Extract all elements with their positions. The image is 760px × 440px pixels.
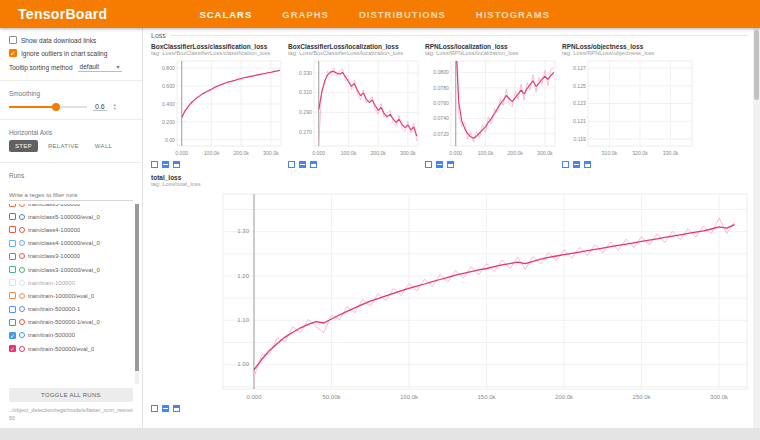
run-row[interactable]: train/class4-100000 bbox=[9, 223, 140, 236]
fit-domain-icon[interactable] bbox=[162, 405, 169, 412]
tooltip-sorting-select[interactable]: default ▾ bbox=[78, 62, 122, 72]
axis-step-button[interactable]: STEP bbox=[9, 140, 38, 152]
chart-tag: tag: Loss/BoxClassifierLoss/classificati… bbox=[151, 50, 285, 56]
page-scrollbar[interactable] bbox=[753, 28, 760, 428]
run-label: train/train-100000/eval_0 bbox=[28, 293, 94, 299]
run-color-swatch bbox=[19, 240, 25, 246]
svg-text:0.000: 0.000 bbox=[449, 150, 462, 156]
scrollbar-thumb[interactable] bbox=[135, 204, 139, 371]
svg-text:0.000: 0.000 bbox=[312, 150, 325, 156]
runs-filter-input[interactable] bbox=[9, 190, 133, 201]
run-row[interactable]: train/train-500000-1/eval_0 bbox=[9, 316, 140, 329]
svg-text:1.10: 1.10 bbox=[237, 317, 249, 323]
run-row[interactable]: train/train-100000 bbox=[9, 276, 140, 289]
svg-text:0.290: 0.290 bbox=[299, 109, 312, 115]
fit-domain-icon[interactable] bbox=[299, 161, 306, 168]
run-checkbox[interactable]: ✓ bbox=[9, 332, 16, 339]
smoothing-slider[interactable] bbox=[9, 106, 87, 108]
run-row[interactable]: train/class4-100000/eval_0 bbox=[9, 237, 140, 250]
horizontal-axis-label: Horizontal Axis bbox=[9, 129, 133, 136]
logdir-path: ../object_detection/regs/models/faster_r… bbox=[9, 406, 133, 423]
smoothing-stepper[interactable]: ▲ ▼ bbox=[113, 103, 117, 111]
stepper-down-icon[interactable]: ▼ bbox=[113, 107, 117, 111]
run-checkbox[interactable] bbox=[9, 213, 16, 220]
pin-chart-icon[interactable] bbox=[584, 161, 591, 168]
pin-chart-icon[interactable] bbox=[173, 405, 180, 412]
svg-text:310.0k: 310.0k bbox=[602, 150, 618, 156]
axis-relative-button[interactable]: RELATIVE bbox=[42, 140, 85, 152]
run-row[interactable]: train/class3-100000/eval_0 bbox=[9, 263, 140, 276]
run-color-swatch bbox=[19, 267, 25, 273]
run-checkbox[interactable] bbox=[9, 279, 16, 286]
svg-text:200.0k: 200.0k bbox=[555, 394, 574, 400]
fullscreen-icon[interactable] bbox=[151, 405, 158, 412]
pin-chart-icon[interactable] bbox=[310, 161, 317, 168]
chart-title: total_loss bbox=[151, 174, 755, 181]
run-checkbox[interactable] bbox=[9, 306, 16, 313]
fit-domain-icon[interactable] bbox=[436, 161, 443, 168]
run-checkbox[interactable] bbox=[9, 204, 16, 207]
checkbox-icon[interactable] bbox=[9, 36, 17, 44]
svg-text:0.400: 0.400 bbox=[162, 101, 175, 107]
fit-domain-icon[interactable] bbox=[162, 161, 169, 168]
run-color-swatch bbox=[19, 293, 25, 299]
run-row[interactable]: train/train-500000-1 bbox=[9, 303, 140, 316]
run-row[interactable]: ✓ train/train-500000 bbox=[9, 329, 140, 342]
settings-sidebar: Show data download links ✓ Ignore outlie… bbox=[0, 28, 143, 428]
svg-text:0.800: 0.800 bbox=[162, 65, 175, 71]
chart-card-rpn-localization-loss: RPNLoss/localization_loss tag: Loss/RPNL… bbox=[425, 43, 559, 169]
run-label: train/train-100000 bbox=[28, 280, 75, 286]
fit-domain-icon[interactable] bbox=[573, 161, 580, 168]
run-checkbox[interactable] bbox=[9, 319, 16, 326]
line-chart: 0.3300.3100.2900.2700.000100.0k200.0k300… bbox=[288, 57, 421, 158]
axis-wall-button[interactable]: WALL bbox=[89, 140, 118, 152]
ignore-outliers-checkbox[interactable]: ✓ Ignore outliers in chart scaling bbox=[9, 49, 133, 57]
fullscreen-icon[interactable] bbox=[562, 161, 569, 168]
run-row[interactable]: train/class3-100000 bbox=[9, 250, 140, 263]
run-checkbox[interactable] bbox=[9, 253, 16, 260]
run-label: train/class3-100000/eval_0 bbox=[28, 267, 100, 273]
divider bbox=[0, 80, 142, 81]
svg-text:100.0k: 100.0k bbox=[341, 150, 357, 156]
svg-text:300.0k: 300.0k bbox=[537, 150, 553, 156]
tab-scalars[interactable]: SCALARS bbox=[199, 9, 252, 20]
slider-thumb[interactable] bbox=[52, 103, 60, 111]
run-color-swatch bbox=[19, 346, 25, 352]
run-checkbox[interactable] bbox=[9, 226, 16, 233]
pin-chart-icon[interactable] bbox=[447, 161, 454, 168]
runs-scrollbar[interactable] bbox=[135, 204, 139, 384]
run-checkbox[interactable] bbox=[9, 292, 16, 299]
chart-tag: tag: Loss/RPNLoss/localization_loss bbox=[425, 50, 559, 56]
run-checkbox[interactable]: ✓ bbox=[9, 345, 16, 352]
run-checkbox[interactable] bbox=[9, 240, 16, 247]
svg-text:1.00: 1.00 bbox=[237, 361, 249, 367]
chart-tag: tag: Loss/total_loss bbox=[151, 181, 755, 187]
svg-text:0.000: 0.000 bbox=[246, 394, 262, 400]
svg-text:300.0k: 300.0k bbox=[710, 394, 729, 400]
run-row[interactable]: train/class5-100000/eval_0 bbox=[9, 210, 140, 223]
fullscreen-icon[interactable] bbox=[425, 161, 432, 168]
svg-text:320.0k: 320.0k bbox=[632, 150, 648, 156]
category-header-loss[interactable]: Loss bbox=[151, 32, 748, 39]
pin-chart-icon[interactable] bbox=[173, 161, 180, 168]
svg-text:0.0740: 0.0740 bbox=[433, 115, 449, 121]
svg-text:150.0k: 150.0k bbox=[478, 394, 497, 400]
chevron-down-icon: ▾ bbox=[117, 63, 120, 70]
tab-histograms[interactable]: HISTOGRAMS bbox=[476, 9, 550, 20]
run-color-swatch bbox=[19, 204, 25, 207]
tab-distributions[interactable]: DISTRIBUTIONS bbox=[359, 9, 446, 20]
smoothing-value[interactable]: 0.6 bbox=[93, 103, 107, 111]
show-download-links-checkbox[interactable]: Show data download links bbox=[9, 36, 133, 44]
fullscreen-icon[interactable] bbox=[288, 161, 295, 168]
run-row[interactable]: train/train-100000/eval_0 bbox=[9, 289, 140, 302]
tab-graphs[interactable]: GRAPHS bbox=[282, 9, 329, 20]
run-row[interactable]: ✓ train/train-500000/eval_0 bbox=[9, 342, 140, 355]
run-color-swatch bbox=[19, 214, 25, 220]
checkbox-checked-icon[interactable]: ✓ bbox=[9, 49, 17, 57]
chart-title: BoxClassifierLoss/classification_loss bbox=[151, 43, 285, 50]
run-checkbox[interactable] bbox=[9, 266, 16, 273]
fullscreen-icon[interactable] bbox=[151, 161, 158, 168]
svg-text:300.0k: 300.0k bbox=[400, 150, 416, 156]
scrollbar-thumb[interactable] bbox=[754, 30, 759, 100]
toggle-all-runs-button[interactable]: TOGGLE ALL RUNS bbox=[9, 388, 133, 402]
